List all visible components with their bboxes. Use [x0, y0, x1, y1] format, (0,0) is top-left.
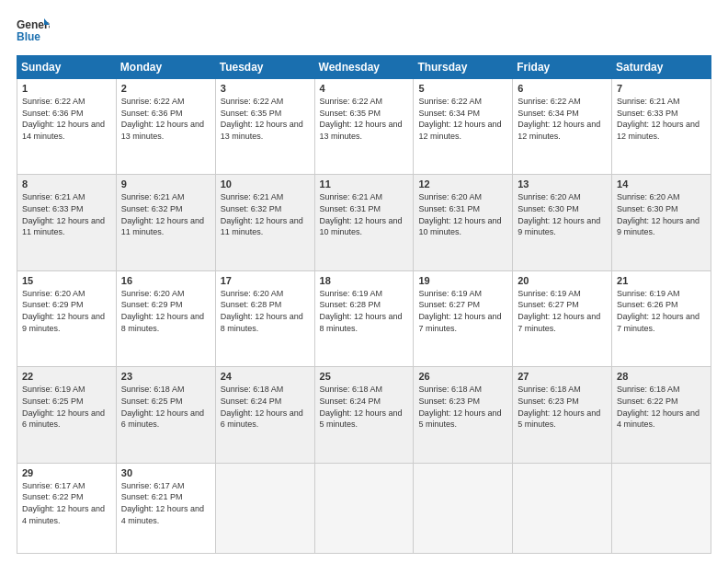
- day-info: Sunrise: 6:20 AMSunset: 6:30 PMDaylight:…: [518, 192, 600, 236]
- day-info: Sunrise: 6:22 AMSunset: 6:34 PMDaylight:…: [418, 97, 501, 141]
- calendar-day-cell: 3 Sunrise: 6:22 AMSunset: 6:35 PMDayligh…: [215, 79, 314, 175]
- day-info: Sunrise: 6:21 AMSunset: 6:32 PMDaylight:…: [221, 192, 303, 236]
- calendar-day-cell: 9 Sunrise: 6:21 AMSunset: 6:32 PMDayligh…: [116, 175, 215, 270]
- header: General Blue: [17, 17, 711, 46]
- calendar-day-cell: 21 Sunrise: 6:19 AMSunset: 6:26 PMDaylig…: [612, 270, 711, 366]
- day-info: Sunrise: 6:21 AMSunset: 6:33 PMDaylight:…: [22, 192, 105, 236]
- svg-text:Blue: Blue: [17, 30, 40, 43]
- calendar-day-cell: 23 Sunrise: 6:18 AMSunset: 6:25 PMDaylig…: [116, 367, 215, 463]
- day-info: Sunrise: 6:19 AMSunset: 6:28 PMDaylight:…: [320, 289, 403, 333]
- calendar-day-cell: 24 Sunrise: 6:18 AMSunset: 6:24 PMDaylig…: [215, 367, 314, 463]
- calendar-week-row: 15 Sunrise: 6:20 AMSunset: 6:29 PMDaylig…: [17, 270, 711, 366]
- day-number: 20: [518, 275, 607, 286]
- calendar-day-cell: 1 Sunrise: 6:22 AMSunset: 6:36 PMDayligh…: [17, 79, 117, 175]
- calendar-table: SundayMondayTuesdayWednesdayThursdayFrid…: [17, 55, 711, 554]
- calendar-week-row: 1 Sunrise: 6:22 AMSunset: 6:36 PMDayligh…: [17, 79, 711, 175]
- calendar-day-cell: 2 Sunrise: 6:22 AMSunset: 6:36 PMDayligh…: [116, 79, 215, 175]
- day-info: Sunrise: 6:19 AMSunset: 6:27 PMDaylight:…: [418, 289, 501, 333]
- calendar-week-row: 29 Sunrise: 6:17 AMSunset: 6:22 PMDaylig…: [17, 463, 711, 553]
- calendar-day-cell: [215, 463, 314, 553]
- calendar-day-cell: [414, 463, 513, 553]
- day-info: Sunrise: 6:21 AMSunset: 6:31 PMDaylight:…: [320, 192, 403, 236]
- day-number: 16: [121, 275, 210, 286]
- day-number: 26: [418, 371, 507, 382]
- calendar-day-cell: 28 Sunrise: 6:18 AMSunset: 6:22 PMDaylig…: [612, 367, 711, 463]
- day-info: Sunrise: 6:19 AMSunset: 6:27 PMDaylight:…: [518, 289, 600, 333]
- day-number: 21: [617, 275, 706, 286]
- day-number: 18: [320, 275, 409, 286]
- day-number: 7: [617, 83, 706, 94]
- day-info: Sunrise: 6:19 AMSunset: 6:26 PMDaylight:…: [617, 289, 700, 333]
- day-number: 14: [617, 178, 706, 190]
- logo-svg: General Blue: [17, 17, 50, 46]
- day-number: 23: [121, 371, 210, 382]
- page: General Blue SundayMondayTuesdayWednesda…: [0, 0, 728, 563]
- calendar-week-row: 8 Sunrise: 6:21 AMSunset: 6:33 PMDayligh…: [17, 175, 711, 270]
- calendar-day-cell: 12 Sunrise: 6:20 AMSunset: 6:31 PMDaylig…: [414, 175, 513, 270]
- calendar-day-cell: 16 Sunrise: 6:20 AMSunset: 6:29 PMDaylig…: [116, 270, 215, 366]
- calendar-day-header: Monday: [116, 56, 215, 79]
- calendar-week-row: 22 Sunrise: 6:19 AMSunset: 6:25 PMDaylig…: [17, 367, 711, 463]
- day-number: 25: [320, 371, 409, 382]
- day-number: 5: [418, 83, 507, 94]
- calendar-day-cell: 4 Sunrise: 6:22 AMSunset: 6:35 PMDayligh…: [314, 79, 414, 175]
- day-number: 27: [518, 371, 607, 382]
- calendar-day-cell: 6 Sunrise: 6:22 AMSunset: 6:34 PMDayligh…: [513, 79, 612, 175]
- day-info: Sunrise: 6:21 AMSunset: 6:32 PMDaylight:…: [121, 192, 204, 236]
- calendar-day-header: Sunday: [17, 56, 117, 79]
- day-info: Sunrise: 6:17 AMSunset: 6:22 PMDaylight:…: [22, 481, 105, 525]
- calendar-day-cell: 29 Sunrise: 6:17 AMSunset: 6:22 PMDaylig…: [17, 463, 117, 553]
- day-number: 24: [221, 371, 310, 382]
- calendar-day-header: Friday: [513, 56, 612, 79]
- calendar-day-cell: 5 Sunrise: 6:22 AMSunset: 6:34 PMDayligh…: [414, 79, 513, 175]
- day-info: Sunrise: 6:18 AMSunset: 6:24 PMDaylight:…: [320, 385, 403, 429]
- day-number: 22: [22, 371, 111, 382]
- day-number: 17: [221, 275, 310, 286]
- calendar-day-header: Wednesday: [314, 56, 414, 79]
- day-info: Sunrise: 6:18 AMSunset: 6:25 PMDaylight:…: [121, 385, 204, 429]
- day-info: Sunrise: 6:20 AMSunset: 6:28 PMDaylight:…: [221, 289, 303, 333]
- day-info: Sunrise: 6:22 AMSunset: 6:36 PMDaylight:…: [121, 97, 204, 141]
- day-number: 15: [22, 275, 111, 286]
- calendar-day-cell: 14 Sunrise: 6:20 AMSunset: 6:30 PMDaylig…: [612, 175, 711, 270]
- calendar-day-header: Thursday: [414, 56, 513, 79]
- day-info: Sunrise: 6:20 AMSunset: 6:31 PMDaylight:…: [418, 192, 501, 236]
- day-info: Sunrise: 6:18 AMSunset: 6:22 PMDaylight:…: [617, 385, 700, 429]
- calendar-day-header: Saturday: [612, 56, 711, 79]
- day-number: 11: [320, 178, 409, 190]
- calendar-day-cell: 11 Sunrise: 6:21 AMSunset: 6:31 PMDaylig…: [314, 175, 414, 270]
- day-number: 8: [22, 178, 111, 190]
- day-info: Sunrise: 6:20 AMSunset: 6:30 PMDaylight:…: [617, 192, 700, 236]
- calendar-day-header: Tuesday: [215, 56, 314, 79]
- calendar-day-cell: 30 Sunrise: 6:17 AMSunset: 6:21 PMDaylig…: [116, 463, 215, 553]
- calendar-day-cell: 15 Sunrise: 6:20 AMSunset: 6:29 PMDaylig…: [17, 270, 117, 366]
- day-number: 10: [221, 178, 310, 190]
- day-number: 30: [121, 467, 210, 478]
- day-info: Sunrise: 6:20 AMSunset: 6:29 PMDaylight:…: [22, 289, 105, 333]
- day-info: Sunrise: 6:22 AMSunset: 6:36 PMDaylight:…: [22, 97, 105, 141]
- day-info: Sunrise: 6:17 AMSunset: 6:21 PMDaylight:…: [121, 481, 204, 525]
- calendar-day-cell: 10 Sunrise: 6:21 AMSunset: 6:32 PMDaylig…: [215, 175, 314, 270]
- day-number: 13: [518, 178, 607, 190]
- day-number: 4: [320, 83, 409, 94]
- day-info: Sunrise: 6:20 AMSunset: 6:29 PMDaylight:…: [121, 289, 204, 333]
- day-info: Sunrise: 6:22 AMSunset: 6:34 PMDaylight:…: [518, 97, 600, 141]
- calendar-day-cell: 8 Sunrise: 6:21 AMSunset: 6:33 PMDayligh…: [17, 175, 117, 270]
- day-number: 3: [221, 83, 310, 94]
- logo: General Blue: [17, 17, 50, 46]
- calendar-day-cell: 7 Sunrise: 6:21 AMSunset: 6:33 PMDayligh…: [612, 79, 711, 175]
- calendar-day-cell: 22 Sunrise: 6:19 AMSunset: 6:25 PMDaylig…: [17, 367, 117, 463]
- calendar-day-cell: 25 Sunrise: 6:18 AMSunset: 6:24 PMDaylig…: [314, 367, 414, 463]
- day-info: Sunrise: 6:22 AMSunset: 6:35 PMDaylight:…: [320, 97, 403, 141]
- day-number: 9: [121, 178, 210, 190]
- calendar-day-cell: 18 Sunrise: 6:19 AMSunset: 6:28 PMDaylig…: [314, 270, 414, 366]
- day-number: 28: [617, 371, 706, 382]
- calendar-day-cell: [314, 463, 414, 553]
- day-number: 6: [518, 83, 607, 94]
- calendar-body: 1 Sunrise: 6:22 AMSunset: 6:36 PMDayligh…: [17, 79, 711, 554]
- calendar-day-cell: 19 Sunrise: 6:19 AMSunset: 6:27 PMDaylig…: [414, 270, 513, 366]
- day-info: Sunrise: 6:18 AMSunset: 6:23 PMDaylight:…: [418, 385, 501, 429]
- calendar-day-cell: 13 Sunrise: 6:20 AMSunset: 6:30 PMDaylig…: [513, 175, 612, 270]
- calendar-day-cell: 27 Sunrise: 6:18 AMSunset: 6:23 PMDaylig…: [513, 367, 612, 463]
- calendar-day-cell: 17 Sunrise: 6:20 AMSunset: 6:28 PMDaylig…: [215, 270, 314, 366]
